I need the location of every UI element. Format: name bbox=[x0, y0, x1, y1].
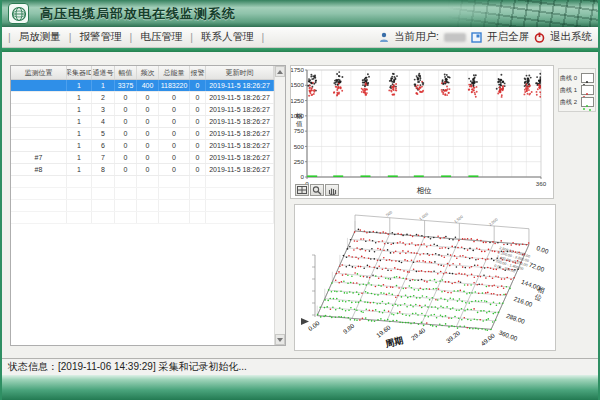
cell-update-time: 2019-11-5 18:26:27 bbox=[206, 128, 274, 139]
prpd-chart-panel: 175015001250100075050025000360相位幅值 bbox=[290, 65, 554, 199]
svg-text:360.00: 360.00 bbox=[498, 329, 519, 342]
column-header-channel: 通道号 bbox=[92, 66, 115, 79]
cell-update-time: 2019-11-5 18:26:27 bbox=[206, 104, 274, 115]
cell-alarm: 0 bbox=[190, 116, 206, 127]
table-row-empty bbox=[11, 176, 274, 188]
cell-position bbox=[11, 80, 67, 91]
table-row-empty bbox=[11, 200, 274, 212]
svg-text:1500: 1500 bbox=[291, 81, 305, 88]
cell-channel: 8 bbox=[92, 164, 115, 175]
svg-text:288.00: 288.00 bbox=[505, 312, 526, 325]
cell-channel: 6 bbox=[92, 140, 115, 151]
legend-sample-box[interactable] bbox=[581, 73, 594, 83]
graph-palette bbox=[295, 184, 339, 196]
cell-amplitude: 0 bbox=[115, 104, 137, 115]
menu-item-alarm-management[interactable]: 报警管理 bbox=[77, 30, 123, 44]
cell-collector-id: 1 bbox=[67, 164, 92, 175]
cell-alarm: 0 bbox=[190, 164, 206, 175]
svg-text:1250: 1250 bbox=[291, 97, 305, 104]
svg-text:幅值: 幅值 bbox=[296, 112, 303, 127]
prps-plot: 5001,0001,5002,0000.0072.00144.00216.002… bbox=[295, 205, 555, 350]
svg-text:39.20: 39.20 bbox=[444, 329, 461, 345]
cell-alarm: 0 bbox=[190, 92, 206, 103]
table-row[interactable]: 113375400118322002019-11-5 18:26:27 bbox=[11, 80, 274, 92]
cell-alarm: 0 bbox=[190, 104, 206, 115]
table-row[interactable]: 1500002019-11-5 18:26:27 bbox=[11, 128, 274, 140]
globe-icon bbox=[11, 6, 27, 22]
prps-3d-chart-panel: 5001,0001,5002,0000.0072.00144.00216.002… bbox=[294, 204, 556, 351]
legend-item-2[interactable]: 曲线 2 bbox=[560, 97, 594, 107]
cell-energy: 0 bbox=[159, 128, 190, 139]
scroll-up-button[interactable] bbox=[275, 66, 285, 77]
legend-sample-box[interactable] bbox=[581, 97, 594, 107]
cell-frequency: 0 bbox=[137, 128, 159, 139]
cell-update-time: 2019-11-5 18:26:27 bbox=[206, 164, 274, 175]
cell-channel: 1 bbox=[92, 80, 115, 91]
column-header-frequency: 频次 bbox=[137, 66, 159, 79]
menu-separator: | bbox=[129, 31, 132, 43]
cell-energy: 0 bbox=[159, 140, 190, 151]
table-scrollbar[interactable] bbox=[274, 66, 285, 345]
cursor-tool-button[interactable] bbox=[295, 184, 309, 196]
prpd-plot: 175015001250100075050025000360相位幅值 bbox=[291, 66, 547, 196]
menu-item-pd-measurement[interactable]: 局放测量 bbox=[17, 30, 63, 44]
menu-separator: | bbox=[8, 31, 11, 43]
cell-position bbox=[11, 128, 67, 139]
legend-sample-box[interactable] bbox=[581, 85, 594, 95]
cell-update-time: 2019-11-5 18:26:27 bbox=[206, 116, 274, 127]
cell-position: #7 bbox=[11, 152, 67, 163]
fullscreen-icon[interactable] bbox=[471, 32, 482, 43]
fullscreen-button[interactable]: 开启全屏 bbox=[487, 30, 529, 44]
cell-update-time: 2019-11-5 18:26:27 bbox=[206, 152, 274, 163]
cell-energy: 0 bbox=[159, 152, 190, 163]
cell-collector-id: 1 bbox=[67, 80, 92, 91]
column-header-alarm: 报警 bbox=[190, 66, 206, 79]
menu-separator: | bbox=[261, 31, 264, 43]
app-logo bbox=[8, 3, 29, 24]
cell-alarm: 0 bbox=[190, 152, 206, 163]
table-row-empty bbox=[11, 188, 274, 200]
table-row[interactable]: 1400002019-11-5 18:26:27 bbox=[11, 116, 274, 128]
svg-text:500: 500 bbox=[385, 209, 394, 218]
cell-position bbox=[11, 116, 67, 127]
titlebar-decoration bbox=[448, 0, 598, 27]
legend-item-0[interactable]: 曲线 0 bbox=[560, 73, 594, 83]
cell-channel: 3 bbox=[92, 104, 115, 115]
scroll-down-button[interactable] bbox=[275, 334, 285, 345]
cell-frequency: 0 bbox=[137, 116, 159, 127]
cell-amplitude: 0 bbox=[115, 128, 137, 139]
cell-frequency: 0 bbox=[137, 92, 159, 103]
menu-item-contact-management[interactable]: 联系人管理 bbox=[199, 30, 256, 44]
svg-text:1,500: 1,500 bbox=[453, 214, 465, 225]
cell-position bbox=[11, 92, 67, 103]
svg-text:0.00: 0.00 bbox=[536, 244, 550, 255]
table-row[interactable]: #71700002019-11-5 18:26:27 bbox=[11, 152, 274, 164]
menu-separator: | bbox=[69, 31, 72, 43]
legend-item-1[interactable]: 曲线 1 bbox=[560, 85, 594, 95]
table-row[interactable]: 1200002019-11-5 18:26:27 bbox=[11, 92, 274, 104]
table-row[interactable]: 1600002019-11-5 18:26:27 bbox=[11, 140, 274, 152]
cell-update-time: 2019-11-5 18:26:27 bbox=[206, 140, 274, 151]
column-header-update-time: 更新时间 bbox=[206, 66, 274, 79]
monitoring-table-panel: 监测位置采集器ID通道号幅值频次总能量报警更新时间113375400118322… bbox=[10, 65, 286, 346]
title-bar: 高压电缆局部放电在线监测系统 bbox=[2, 0, 598, 27]
table-row[interactable]: #81800002019-11-5 18:26:27 bbox=[11, 164, 274, 176]
svg-text:相位: 相位 bbox=[417, 186, 433, 195]
cell-frequency: 400 bbox=[137, 80, 159, 91]
svg-text:9.80: 9.80 bbox=[341, 322, 355, 335]
svg-text:360: 360 bbox=[536, 180, 547, 187]
zoom-tool-button[interactable] bbox=[310, 184, 324, 196]
exit-system-button[interactable]: 退出系统 bbox=[550, 30, 592, 44]
power-icon[interactable] bbox=[534, 32, 545, 43]
svg-text:0.00: 0.00 bbox=[307, 319, 321, 332]
table-header-row: 监测位置采集器ID通道号幅值频次总能量报警更新时间 bbox=[11, 66, 274, 80]
table-row[interactable]: 1300002019-11-5 18:26:27 bbox=[11, 104, 274, 116]
menu-item-voltage-management[interactable]: 电压管理 bbox=[138, 30, 184, 44]
cell-update-time: 2019-11-5 18:26:27 bbox=[206, 92, 274, 103]
cell-collector-id: 1 bbox=[67, 116, 92, 127]
svg-text:2,000: 2,000 bbox=[488, 216, 500, 227]
legend-label: 曲线 0 bbox=[560, 74, 577, 83]
legend-label: 曲线 1 bbox=[560, 86, 577, 95]
pan-tool-button[interactable] bbox=[325, 184, 339, 196]
cell-channel: 7 bbox=[92, 152, 115, 163]
